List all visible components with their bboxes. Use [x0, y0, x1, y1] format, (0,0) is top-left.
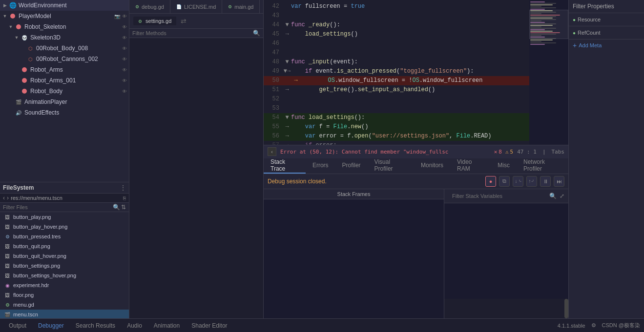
code-minimap[interactable] — [529, 0, 568, 145]
tree-item-worldenvironment[interactable]: ▶ 🌐 WorldEnvironment — [0, 0, 129, 11]
error-nav-back[interactable]: ‹ — [268, 147, 276, 156]
eye-icon-robotbody008[interactable]: 👁 — [122, 46, 127, 51]
code-scroll[interactable]: 42 var fullscreen = true 43 — [264, 0, 529, 145]
stack-vars-expand-icon[interactable]: ⤢ — [560, 193, 564, 199]
debug-pause-btn[interactable]: ⏸ — [540, 176, 551, 187]
bottom-tab-searchresults[interactable]: Search Results — [71, 319, 120, 332]
fs-nav-back-icon[interactable]: ‹ — [3, 195, 5, 201]
filesystem-sort-icon[interactable]: ⇅ — [121, 204, 126, 211]
eye-icon-robotskeleton[interactable]: 👁 — [122, 24, 127, 30]
fs-label-buttonsettings: button_settings.png — [13, 263, 60, 269]
debug-tab-profiler[interactable]: Profiler — [335, 158, 368, 174]
eye-icon-robotarms001[interactable]: 👁 — [122, 78, 127, 83]
tree-item-playermodel[interactable]: ▼ PlayerModel 📷 👁 — [0, 11, 129, 21]
hdr-icon-experimenthdr: ◉ — [4, 282, 11, 289]
tree-item-robotskeleton[interactable]: ▼ Robot_Skeleton 👁 — [0, 21, 129, 32]
file-tab-debuggd[interactable]: ⚙ debug.gd — [129, 0, 170, 14]
debug-tab-monitors[interactable]: Monitors — [414, 158, 450, 174]
resource-icon: ● — [573, 17, 576, 22]
fs-item-menugd[interactable]: ⚙ menu.gd — [0, 300, 129, 310]
bottom-tab-output[interactable]: Output — [4, 319, 31, 332]
debug-tab-networkprofiler[interactable]: Network Profiler — [517, 158, 568, 174]
tree-item-robotcannons002[interactable]: ▶ ⬡ 00Robot_Cannons_002 👁 — [0, 54, 129, 64]
debug-step-into-btn[interactable]: ↓⌎ — [513, 176, 523, 187]
code-line-57: 57 → if error: — [264, 141, 529, 145]
debug-tab-misc[interactable]: Misc — [491, 158, 517, 174]
debug-tab-errors[interactable]: Errors — [306, 158, 335, 174]
tree-item-robotarms001[interactable]: ▶ Robot_Arms_001 👁 — [0, 75, 129, 86]
code-editor-panel: 42 var fullscreen = true 43 — [264, 0, 568, 318]
eye-icon-robotarms[interactable]: 👁 — [122, 67, 127, 73]
file-tab-licensemd[interactable]: 📄 LICENSE.md — [170, 0, 222, 14]
debug-step-out-btn[interactable]: ↑⌏ — [526, 176, 537, 187]
warn-count: 5 — [510, 149, 514, 155]
bottom-tab-audio[interactable]: Audio — [122, 319, 147, 332]
debug-tab-videoram[interactable]: Video RAM — [450, 158, 491, 174]
code-line-46: 46 — [264, 39, 529, 48]
fs-item-buttonsettings[interactable]: 🖼 button_settings.png — [0, 261, 129, 271]
tree-item-animationplayer[interactable]: ▶ 🎬 AnimationPlayer — [0, 97, 129, 107]
filesystem-search-icon[interactable]: 🔍 — [113, 204, 120, 211]
debug-record-btn[interactable]: ● — [485, 176, 496, 187]
tree-arrow-animplayer: ▶ — [8, 99, 14, 105]
filesystem-title: FileSystem — [3, 184, 118, 191]
stack-frames-body — [264, 199, 444, 319]
bottom-tab-debugger[interactable]: Debugger — [33, 319, 69, 332]
eye-icon-robotcannons002[interactable]: 👁 — [122, 57, 127, 62]
stack-vars-search-icon[interactable]: 🔍 — [549, 193, 557, 199]
indent-info: Tabs — [552, 149, 565, 155]
gd-icon-current: ⚙ — [138, 19, 142, 24]
eye-icon-playermodel[interactable]: 👁 — [122, 14, 127, 19]
code-line-48: 48 ▼ func _input(event): — [264, 58, 529, 67]
filter-methods-search-icon[interactable]: 🔍 — [253, 30, 260, 37]
stack-vars-scrollbar-thumb[interactable] — [564, 299, 568, 318]
file-tab-maingd[interactable]: ⚙ main.gd — [222, 0, 260, 14]
fs-item-buttonquithover[interactable]: 🖼 button_quit_hover.png — [0, 251, 129, 261]
fs-item-buttonpressed[interactable]: ⚙ button_pressed.tres — [0, 232, 129, 241]
filesystem-filter-bar: 🔍 ⇅ — [0, 203, 129, 212]
tree-item-soundeffects[interactable]: ▶ 🔊 SoundEffects — [0, 107, 129, 118]
skeleton-icon: 💀 — [21, 34, 28, 41]
filesystem-filter-input[interactable] — [3, 204, 113, 210]
fs-item-menutscn[interactable]: 🎬 menu.tscn — [0, 310, 129, 318]
right-panel-item-resource[interactable]: ● Resource — [573, 15, 640, 24]
tree-item-robotbody008[interactable]: ▶ ⬡ 00Robot_Body_008 👁 — [0, 43, 129, 54]
debug-step-over-btn[interactable]: ⧉ — [499, 176, 510, 187]
tree-item-robotarms[interactable]: ▶ Robot_Arms 👁 — [0, 64, 129, 75]
fs-label-floorpng: floor.png — [13, 292, 34, 298]
fs-item-experimenthdr[interactable]: ◉ experiment.hdr — [0, 280, 129, 290]
tree-label-playermodel: PlayerModel — [19, 13, 51, 20]
fs-item-floorpng[interactable]: 🖼 floor.png — [0, 290, 129, 300]
method-tab-expand-btn[interactable]: ⇄ — [178, 16, 189, 26]
eye-icon-robotbody[interactable]: 👁 — [122, 89, 127, 94]
sound-icon: 🔊 — [15, 109, 22, 117]
bottom-tab-shadereditor[interactable]: Shader Editor — [187, 319, 232, 332]
code-line-43: 43 — [264, 11, 529, 20]
stack-vars-scrollbar[interactable] — [564, 299, 568, 318]
fs-item-buttonsettingshover[interactable]: 🖼 button_settings_hover.png — [0, 271, 129, 280]
debug-skip-btn[interactable]: ⏭ — [554, 176, 564, 187]
tree-item-robotbody[interactable]: ▶ Robot_Body 👁 — [0, 86, 129, 97]
fs-item-buttonplay[interactable]: 🖼 button_play.png — [0, 212, 129, 222]
fs-item-buttonplayhover[interactable]: 🖼 button_play_hover.png — [0, 222, 129, 232]
filesystem-file-list: 🖼 button_play.png 🖼 button_play_hover.pn… — [0, 212, 129, 318]
filter-methods-input[interactable] — [132, 30, 253, 36]
filesystem-menu-icon[interactable]: ⋮ — [120, 184, 126, 191]
fs-path-copy-icon[interactable]: ⎘ — [123, 195, 126, 201]
stack-vars-filter-input[interactable] — [448, 191, 547, 201]
bottom-tab-animation[interactable]: Animation — [149, 319, 185, 332]
fs-nav-forward-icon[interactable]: › — [7, 195, 9, 201]
tree-actions-robotarms: 👁 — [122, 67, 127, 73]
eye-icon-skeleton3d[interactable]: 👁 — [122, 35, 127, 40]
debug-tab-visualprofiler[interactable]: Visual Profiler — [368, 158, 414, 174]
add-meta-btn[interactable]: + Add Meta — [569, 39, 644, 51]
right-panel-item-refcount[interactable]: ● RefCount — [573, 28, 640, 37]
file-tab-menugd[interactable]: ⚙ menu.gd — [260, 0, 263, 14]
minimap-viewport[interactable] — [529, 10, 568, 39]
circle-red-icon-robotbody — [21, 87, 28, 95]
right-panel: Filter Properties ● Resource ● RefCount … — [568, 0, 644, 318]
fs-item-buttonquit[interactable]: 🖼 button_quit.png — [0, 241, 129, 251]
settings-icon[interactable]: ⚙ — [591, 322, 596, 329]
tree-item-skeleton3d[interactable]: ▼ 💀 Skeleton3D 👁 — [0, 32, 129, 43]
debug-tab-stacktrace[interactable]: Stack Trace — [264, 158, 306, 174]
